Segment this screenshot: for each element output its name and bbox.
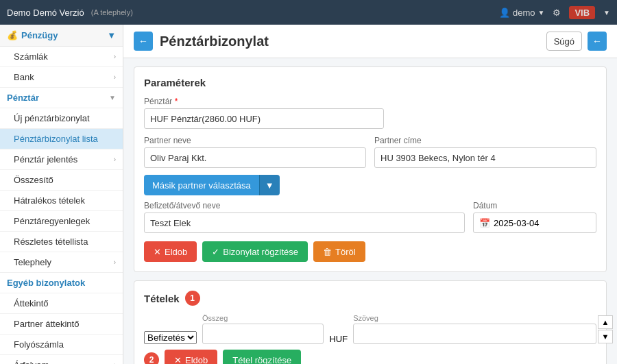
tetelek-header: Tételek 1	[144, 291, 596, 306]
osszeg-input[interactable]	[202, 324, 324, 344]
tetelek-title: Tételek	[144, 293, 180, 304]
befizeto-datum-row: Befizető/átvevő neve Dátum 📅 2025-03-04	[144, 201, 596, 233]
tetelek-actions: 2 ✕ Eldob Tétel rögzítése	[144, 350, 596, 364]
eldob-button[interactable]: ✕ Eldob	[144, 241, 197, 262]
partner-cime-label: Partner címe	[374, 136, 596, 145]
parameters-title: Paraméterek	[144, 77, 596, 88]
sidebar-item-penztar-jelentes[interactable]: Pénztár jelentés›	[0, 149, 123, 170]
masik-partner-row: Másik partner választása ▼	[144, 175, 596, 195]
back-button[interactable]: ←	[134, 32, 153, 51]
badge-1: 1	[185, 291, 200, 306]
befizetestipus-group: Befizetés	[144, 331, 197, 344]
befizeto-group: Befizető/átvevő neve	[144, 201, 465, 233]
parameters-card: Paraméterek Pénztár * Partner neve	[134, 66, 607, 272]
sidebar-item-bank[interactable]: Bank›	[0, 67, 123, 88]
sidebar-item-hatralekos[interactable]: Hátralékos tételek	[0, 191, 123, 211]
partner-neve-input[interactable]	[144, 147, 366, 168]
sidebar-item-szamlak[interactable]: Számlák›	[0, 47, 123, 67]
sidebar-item-penztar[interactable]: Pénztár▼	[0, 88, 123, 108]
topbar: Demo Demó Verzió (A telephely) 👤 demo ▼ …	[0, 0, 617, 25]
sidebar-item-partner-attekinto[interactable]: Partner áttekintő	[0, 314, 123, 335]
x2-icon: ✕	[174, 355, 182, 365]
sidebar-item-attekinto[interactable]: Áttekintő	[0, 293, 123, 314]
masik-partner-button[interactable]: Másik partner választása	[144, 175, 259, 195]
sidebar-section-label: Pénzügy	[21, 30, 58, 40]
sidebar-item-telephely[interactable]: Telephely›	[0, 252, 123, 273]
penztar-label: Pénztár *	[144, 97, 596, 106]
tetelek-form-row: Befizetés Összeg HUF Szöveg	[144, 314, 596, 344]
bank-chevron-icon: ›	[114, 73, 116, 81]
user-label: demo	[513, 8, 535, 18]
user-menu[interactable]: 👤 demo ▼	[499, 8, 544, 18]
eldob2-button[interactable]: ✕ Eldob	[165, 350, 217, 364]
sidebar-section-icon: 💰	[7, 30, 18, 40]
required-star: *	[175, 97, 178, 106]
back-button-2[interactable]: ←	[588, 32, 607, 51]
telephely-chevron-icon: ›	[114, 258, 116, 266]
szamlak-chevron-icon: ›	[114, 53, 116, 60]
penztar-input[interactable]	[144, 108, 384, 129]
brand-logo: VIB	[569, 6, 595, 19]
content-body: Paraméterek Pénztár * Partner neve	[123, 58, 617, 364]
befizeto-input[interactable]	[144, 213, 465, 233]
befizetestipus-select[interactable]: Befizetés	[144, 331, 197, 344]
sidebar-item-reszletes[interactable]: Részletes tétellista	[0, 232, 123, 252]
sidebar-section-penzugy[interactable]: 💰 Pénzügy ▼	[0, 25, 123, 47]
arfolyam-chevron-icon: ›	[114, 361, 116, 364]
sidebar-item-egyeb[interactable]: Egyéb bizonylatok	[0, 273, 123, 293]
datum-group: Dátum 📅 2025-03-04	[473, 201, 596, 233]
x-icon: ✕	[154, 247, 161, 257]
osszeg-label: Összeg	[202, 314, 324, 322]
osszeg-group: Összeg	[202, 314, 324, 344]
masik-partner-dropdown[interactable]: ▼	[259, 175, 280, 195]
sidebar-item-penztar-egyenlegek[interactable]: Pénztáregyenlegek	[0, 211, 123, 232]
check-icon: ✓	[212, 247, 219, 257]
penztar-row: Pénztár *	[144, 97, 596, 129]
sidebar-item-arfolyam[interactable]: Árfolyam›	[0, 355, 123, 364]
bizonylat-button[interactable]: ✓ Bizonylat rögzítése	[202, 241, 308, 262]
params-actions: ✕ Eldob ✓ Bizonylat rögzítése 🗑 Töröl	[144, 241, 596, 262]
topbar-chevron-icon: ▼	[603, 9, 610, 16]
partner-neve-group: Partner neve	[144, 136, 366, 168]
szoveg-group: Szöveg	[353, 314, 596, 344]
tetel-button[interactable]: Tétel rögzítése	[223, 350, 301, 364]
jelentes-chevron-icon: ›	[114, 156, 116, 163]
partner-neve-label: Partner neve	[144, 136, 366, 145]
trash-icon: 🗑	[323, 247, 332, 257]
scroll-up-button[interactable]: ▲	[598, 315, 613, 329]
help-button[interactable]: Súgó	[546, 32, 582, 51]
user-icon: 👤	[499, 8, 510, 18]
scroll-down-button[interactable]: ▼	[598, 330, 613, 343]
penztar-group: Pénztár *	[144, 97, 596, 129]
partner-row: Partner neve Partner címe	[144, 136, 596, 168]
partner-cime-input[interactable]	[374, 147, 596, 168]
topbar-subtitle: (A telephely)	[91, 8, 133, 16]
datum-value: 2025-03-04	[494, 218, 540, 228]
partner-cime-group: Partner címe	[374, 136, 596, 168]
calendar-icon: 📅	[479, 218, 490, 228]
badge-2: 2	[144, 352, 159, 364]
content-header: ← Pénztárbizonylat Súgó ←	[123, 25, 617, 58]
content-area: ← Pénztárbizonylat Súgó ← Paraméterek Pé…	[123, 25, 617, 364]
sidebar-item-penztar-lista[interactable]: Pénztárbizonylat lista	[0, 129, 123, 149]
gear-icon[interactable]: ⚙	[553, 8, 561, 18]
topbar-title: Demo Demó Verzió	[7, 8, 84, 18]
page-title: Pénztárbizonylat	[160, 34, 269, 49]
sidebar-item-folyoszamla[interactable]: Folyószámla	[0, 335, 123, 355]
datum-label: Dátum	[473, 201, 596, 210]
sidebar: 💰 Pénzügy ▼ Számlák› Bank› Pénztár▼ Új p…	[0, 25, 123, 364]
penztar-chevron-icon: ▼	[109, 94, 116, 101]
tetelek-card: Tételek 1 Befizetés Összeg HUF Szöveg	[134, 280, 607, 364]
torol-button[interactable]: 🗑 Töröl	[313, 241, 365, 262]
datum-input[interactable]: 📅 2025-03-04	[473, 213, 596, 233]
huf-label: HUF	[329, 334, 348, 344]
masik-partner-split: Másik partner választása ▼	[144, 175, 280, 195]
szoveg-input[interactable]	[353, 324, 596, 344]
sidebar-item-uj-penztar[interactable]: Új pénztárbizonylat	[0, 108, 123, 129]
user-chevron-icon: ▼	[538, 9, 545, 16]
sidebar-item-osszesito[interactable]: Összesítő	[0, 170, 123, 191]
befizeto-label: Befizető/átvevő neve	[144, 201, 465, 210]
szoveg-label: Szöveg	[353, 314, 596, 322]
penzugy-chevron-icon: ▼	[107, 30, 116, 40]
scroll-controls: ▲ ▼	[598, 315, 613, 343]
